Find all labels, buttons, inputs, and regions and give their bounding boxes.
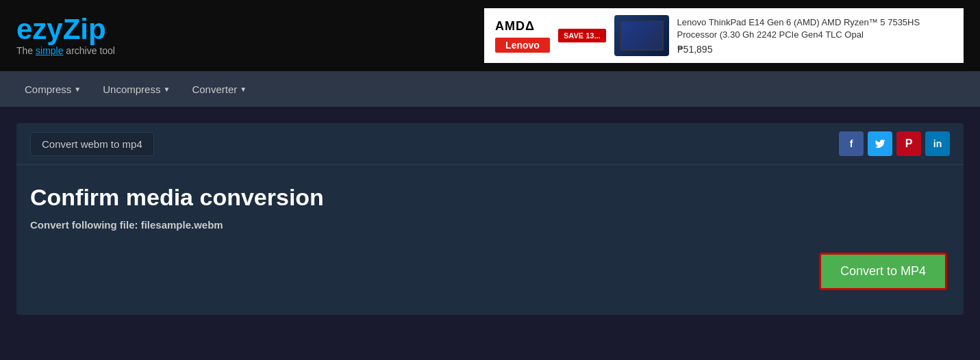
- navigation: Compress ▼ Uncompress ▼ Converter ▼: [0, 71, 980, 107]
- save-badge: SAVE 13...: [558, 29, 606, 42]
- nav-compress[interactable]: Compress ▼: [16, 78, 89, 101]
- chevron-down-icon: ▼: [240, 86, 247, 93]
- nav-converter[interactable]: Converter ▼: [184, 78, 255, 101]
- chevron-down-icon: ▼: [74, 86, 81, 93]
- tagline-post: archive tool: [63, 45, 114, 56]
- nav-converter-label: Converter: [192, 83, 237, 95]
- lenovo-logo: Lenovo: [495, 38, 550, 53]
- logo-tagline: The simple archive tool: [16, 45, 115, 56]
- ad-text: Lenovo ThinkPad E14 Gen 6 (AMD) AMD Ryze…: [677, 16, 953, 55]
- social-buttons: f P in: [839, 131, 950, 156]
- twitter-icon: [875, 138, 885, 149]
- pinterest-icon: P: [905, 138, 913, 150]
- card-title: Confirm media conversion: [30, 184, 950, 211]
- convert-button[interactable]: Convert to MP4: [819, 253, 947, 290]
- tagline-simple: simple: [36, 45, 63, 56]
- logo: ezyZip: [16, 15, 115, 44]
- header: ezyZip The simple archive tool AMDΔ Leno…: [0, 0, 980, 71]
- card-tab: Convert webm to mp4: [30, 132, 154, 156]
- product-name: Lenovo ThinkPad E14 Gen 6 (AMD) AMD Ryze…: [677, 16, 953, 41]
- card-body: Confirm media conversion Convert followi…: [16, 165, 964, 315]
- logo-area: ezyZip The simple archive tool: [16, 15, 115, 56]
- nav-compress-label: Compress: [25, 83, 71, 95]
- pinterest-button[interactable]: P: [896, 131, 921, 156]
- ad-logos: AMDΔ Lenovo: [495, 19, 550, 53]
- main-card: Convert webm to mp4 f P in Confirm media…: [16, 123, 964, 315]
- nav-uncompress[interactable]: Uncompress ▼: [95, 78, 178, 101]
- twitter-button[interactable]: [868, 131, 892, 156]
- linkedin-button[interactable]: in: [925, 131, 950, 156]
- card-subtitle: Convert following file: filesample.webm: [30, 219, 950, 231]
- laptop-image: [614, 15, 669, 56]
- ad-banner: AMDΔ Lenovo SAVE 13... Lenovo ThinkPad E…: [484, 8, 964, 63]
- amd-logo: AMDΔ: [495, 19, 550, 34]
- product-price: ₱51,895: [677, 44, 953, 55]
- logo-ezy: ezy: [16, 13, 63, 45]
- card-actions: Convert to MP4: [30, 253, 950, 290]
- card-header: Convert webm to mp4 f P in: [16, 123, 964, 165]
- chevron-down-icon: ▼: [163, 86, 170, 93]
- tagline-pre: The: [16, 45, 36, 56]
- logo-zip: Zip: [63, 13, 106, 45]
- nav-uncompress-label: Uncompress: [103, 83, 160, 95]
- facebook-button[interactable]: f: [839, 131, 864, 156]
